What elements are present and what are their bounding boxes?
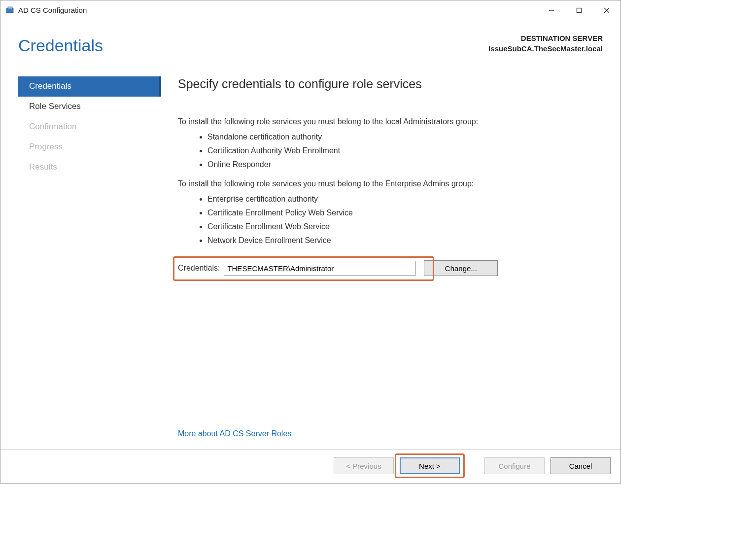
sidebar-item-label: Results [29,161,57,173]
list-item: Online Responder [207,158,603,172]
svg-line-5 [604,8,609,13]
sidebar-item-confirmation: Confirmation [18,117,161,137]
header-row: Credentials DESTINATION SERVER IssueSubC… [18,33,603,75]
more-link[interactable]: More about AD CS Server Roles [178,409,603,439]
list-item: Certificate Enrollment Policy Web Servic… [207,206,603,220]
close-button[interactable] [593,0,620,20]
wizard-body: Credentials DESTINATION SERVER IssueSubC… [0,20,620,449]
destination-label: DESTINATION SERVER [488,33,603,43]
list-item: Network Device Enrollment Service [207,234,603,247]
role-list-local: Standalone certification authority Certi… [178,130,603,172]
titlebar: AD CS Configuration [0,0,620,20]
change-button[interactable]: Change... [424,260,498,276]
credentials-row: Credentials: Change... [178,260,603,276]
content-row: Credentials Role Services Confirmation P… [18,75,603,439]
credentials-input[interactable] [224,261,416,276]
destination-box: DESTINATION SERVER IssueSubCA.TheSecMast… [488,33,603,54]
credentials-label: Credentials: [178,263,220,274]
sidebar-item-label: Confirmation [29,121,76,133]
list-item: Standalone certification authority [207,130,603,144]
cancel-button[interactable]: Cancel [550,457,611,474]
titlebar-buttons [538,0,620,20]
intro-enterprise-admins: To install the following role services y… [178,178,603,189]
sidebar-item-label: Credentials [29,80,71,92]
app-icon [5,6,14,15]
sidebar-item-results: Results [18,157,161,177]
main-heading: Specify credentials to configure role se… [178,75,603,93]
sidebar-item-label: Role Services [29,101,81,112]
wizard-footer: < Previous Next > Configure Cancel [0,449,620,483]
next-button[interactable]: Next > [400,457,460,474]
svg-rect-3 [577,8,582,12]
configure-button: Configure [484,457,545,474]
page-title: Credentials [18,33,103,58]
role-list-enterprise: Enterprise certification authority Certi… [178,192,603,247]
list-item: Certification Authority Web Enrollment [207,144,603,158]
sidebar-item-credentials[interactable]: Credentials [18,76,161,97]
sidebar-item-progress: Progress [18,137,161,157]
sidebar-item-role-services[interactable]: Role Services [18,97,161,117]
sidebar-item-label: Progress [29,141,63,153]
svg-rect-1 [8,7,12,9]
minimize-button[interactable] [538,0,565,20]
list-item: Enterprise certification authority [207,192,603,206]
main-pane: Specify credentials to configure role se… [161,75,603,439]
intro-local-admins: To install the following role services y… [178,116,603,127]
maximize-button[interactable] [565,0,593,20]
adcs-config-window: AD CS Configuration Credentials DESTINAT… [0,0,621,484]
previous-button: < Previous [334,457,394,474]
list-item: Certificate Enrollment Web Service [207,220,603,234]
svg-line-4 [604,8,609,13]
destination-value: IssueSubCA.TheSecMaster.local [488,43,603,54]
wizard-sidebar: Credentials Role Services Confirmation P… [18,75,161,439]
window-title: AD CS Configuration [18,5,538,15]
